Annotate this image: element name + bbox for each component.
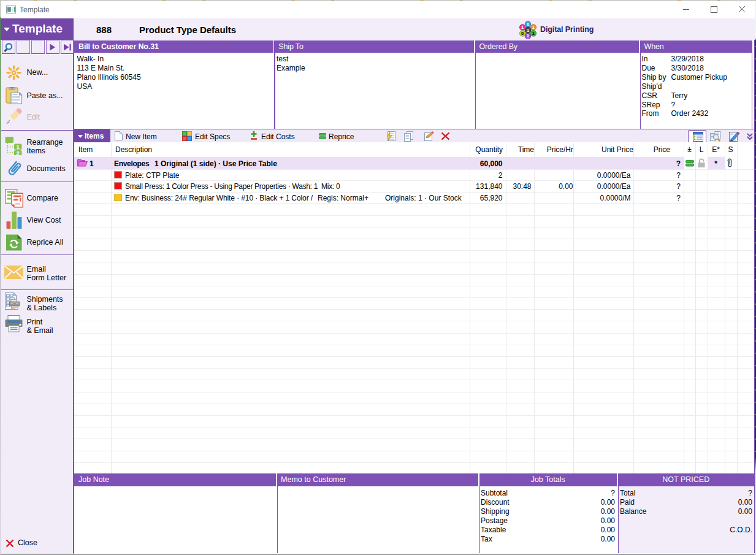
svg-text:0: 0 [521, 31, 524, 36]
svg-text:1: 1 [532, 31, 535, 36]
svg-text:1: 1 [532, 25, 535, 30]
svg-text:0: 0 [527, 33, 529, 39]
svg-text:2: 2 [17, 150, 20, 155]
svg-text:1: 1 [521, 25, 524, 30]
svg-text:0: 0 [527, 21, 529, 27]
svg-text:1: 1 [527, 28, 529, 33]
svg-text:1: 1 [17, 143, 20, 150]
